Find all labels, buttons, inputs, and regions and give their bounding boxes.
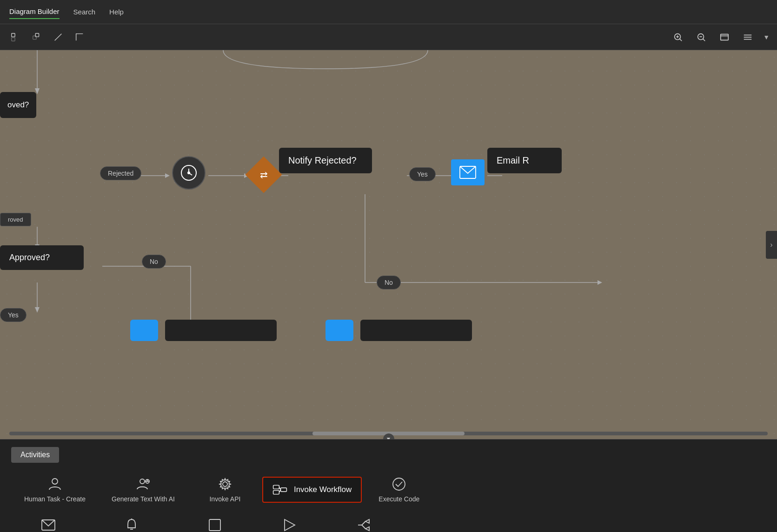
- node-bottom-blue-2[interactable]: [325, 320, 353, 341]
- activity-generate-text-ai[interactable]: Generate Text With AI: [99, 472, 188, 507]
- svg-line-4: [55, 33, 62, 40]
- svg-point-42: [52, 479, 58, 484]
- generate-text-ai-label: Generate Text With AI: [112, 495, 175, 503]
- fit-button[interactable]: [717, 29, 732, 45]
- zoom-out-button[interactable]: [693, 29, 709, 45]
- select-tool-button[interactable]: [7, 29, 23, 45]
- node-no-pill-1[interactable]: No: [142, 255, 166, 269]
- node-approved-partial[interactable]: oved?: [0, 92, 36, 118]
- activities-tab-button[interactable]: Activities: [11, 447, 59, 463]
- bell-icon: [124, 518, 139, 532]
- svg-rect-1: [12, 37, 15, 40]
- check-circle-icon: [392, 477, 406, 492]
- activity-execute-code[interactable]: Execute Code: [362, 472, 436, 507]
- menu-help[interactable]: Help: [109, 5, 124, 19]
- activity-invoke-api[interactable]: Invoke API: [188, 472, 262, 507]
- svg-point-43: [140, 479, 145, 484]
- svg-line-60: [362, 521, 365, 525]
- invoke-api-label: Invoke API: [209, 495, 240, 503]
- svg-rect-0: [12, 33, 15, 36]
- node-bottom-blue-1[interactable]: [130, 320, 158, 341]
- human-task-create-label: Human Task - Create: [24, 495, 86, 503]
- toolbar-left: [7, 29, 87, 45]
- activity-send-push[interactable]: Send Push Notification: [86, 513, 178, 532]
- activities-row-1: Human Task - Create Generate Text With A…: [11, 472, 766, 507]
- toolbar: ▼: [0, 24, 777, 50]
- invoke-workflow-label: Invoke Workflow: [294, 485, 352, 494]
- toolbar-right: ▼: [670, 29, 770, 45]
- activities-header: Activities: [11, 447, 766, 463]
- svg-point-40: [188, 172, 190, 174]
- zoom-in-button[interactable]: [670, 29, 686, 45]
- copy-tool-button[interactable]: [29, 29, 45, 45]
- node-yes-pill-2[interactable]: Yes: [0, 308, 27, 322]
- workflow-icon: [272, 482, 287, 497]
- connector-straight-button[interactable]: [50, 29, 66, 45]
- svg-rect-49: [273, 491, 279, 494]
- svg-point-47: [223, 482, 227, 486]
- svg-rect-57: [209, 519, 220, 531]
- node-bottom-dark-1[interactable]: [165, 320, 277, 341]
- svg-line-61: [362, 525, 365, 529]
- node-email-icon[interactable]: [451, 159, 485, 185]
- diagram-canvas[interactable]: oved? Rejected ⇄: [0, 50, 777, 439]
- menu-button[interactable]: [740, 29, 756, 45]
- right-scroll-indicator[interactable]: ›: [766, 231, 777, 259]
- svg-marker-62: [365, 519, 369, 523]
- gear-icon: [218, 477, 232, 492]
- svg-marker-29: [598, 280, 602, 285]
- switch-icon: [356, 518, 371, 532]
- node-approved-q[interactable]: Approved?: [0, 245, 84, 270]
- activity-invoke-workflow[interactable]: Invoke Workflow: [262, 477, 362, 503]
- square-icon: [207, 518, 222, 532]
- svg-marker-36: [35, 307, 40, 313]
- svg-point-53: [393, 478, 405, 490]
- envelope-icon: [41, 518, 56, 532]
- activity-workflow-start[interactable]: Workflow Start: [252, 513, 326, 532]
- activity-switch[interactable]: Switch: [326, 513, 401, 532]
- svg-marker-20: [165, 173, 170, 178]
- svg-marker-63: [365, 527, 369, 531]
- connector-elbow-button[interactable]: [72, 29, 87, 45]
- svg-rect-48: [273, 485, 279, 489]
- activities-row-2: Send E-Mail Send Push Notification Workf…: [11, 513, 766, 532]
- node-yes-pill-1[interactable]: Yes: [409, 167, 436, 181]
- svg-marker-58: [285, 519, 295, 531]
- node-no-pill-2[interactable]: No: [377, 276, 401, 289]
- svg-line-8: [680, 39, 682, 41]
- node-email-r-partial[interactable]: Email R: [487, 148, 562, 173]
- node-bottom-dark-2[interactable]: [360, 320, 472, 341]
- svg-rect-12: [721, 34, 729, 40]
- menu-search[interactable]: Search: [73, 5, 96, 19]
- node-clock-circle[interactable]: [172, 156, 206, 190]
- diagram-connectors: [0, 50, 777, 439]
- activity-workflow-end[interactable]: Workflow End: [178, 513, 252, 532]
- node-notify-rejected[interactable]: Notify Rejected?: [279, 148, 372, 173]
- svg-line-11: [703, 39, 705, 41]
- person-icon: [47, 477, 62, 492]
- execute-code-label: Execute Code: [379, 495, 419, 503]
- activity-send-email[interactable]: Send E-Mail: [11, 513, 86, 532]
- node-switch-diamond[interactable]: ⇄: [245, 156, 282, 193]
- menu-diagram-builder[interactable]: Diagram Builder: [9, 5, 60, 19]
- node-approved-label[interactable]: roved: [0, 213, 31, 226]
- menu-bar: Diagram Builder Search Help: [0, 0, 777, 24]
- svg-rect-50: [281, 488, 287, 492]
- activity-human-task-create[interactable]: Human Task - Create: [11, 472, 99, 507]
- ai-person-icon: [136, 477, 151, 492]
- node-rejected-pill[interactable]: Rejected: [100, 166, 141, 180]
- play-icon: [282, 518, 297, 532]
- canvas-wrapper: oved? Rejected ⇄: [0, 50, 777, 439]
- activities-panel: Activities Human Task - Create: [0, 439, 777, 532]
